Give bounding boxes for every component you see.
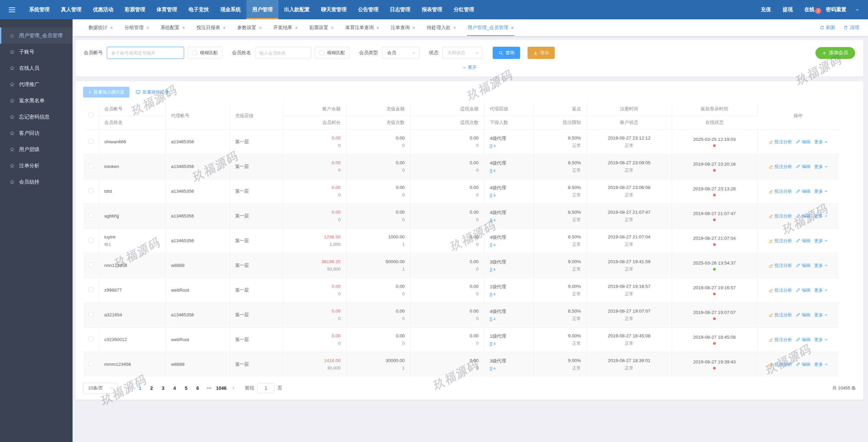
tab-close-icon[interactable]: × [182, 25, 185, 30]
row-checkbox[interactable] [88, 188, 93, 193]
bet-analysis-link[interactable]: 投注分析 [768, 139, 792, 145]
topnav-action-recharge[interactable]: 充值 [755, 6, 777, 13]
member-account-input[interactable] [107, 47, 184, 59]
subordinates-link[interactable]: 0 [490, 168, 496, 173]
menu-toggle-icon[interactable] [9, 7, 15, 12]
tab[interactable]: 注单查询× [385, 19, 421, 36]
tab[interactable]: 投注日报表× [191, 19, 232, 36]
tab-close-icon[interactable]: × [511, 25, 514, 30]
edit-link[interactable]: 编辑 [796, 164, 810, 170]
sidebar-item[interactable]: ☆忘记密码信息 [0, 109, 73, 125]
tab-close-icon[interactable]: × [331, 25, 334, 30]
tab-close-icon[interactable]: × [110, 25, 113, 30]
edit-link[interactable]: 编辑 [796, 287, 810, 293]
subordinates-link[interactable]: 0 [490, 242, 496, 247]
member-type-select[interactable]: 会员 [382, 47, 419, 59]
topnav-item[interactable]: 系统管理 [23, 0, 55, 19]
topnav-action-online[interactable]: 在线2 [798, 6, 820, 13]
edit-link[interactable]: 编辑 [796, 213, 810, 219]
sidebar-item[interactable]: ☆在线人员 [0, 60, 73, 76]
pager-prev[interactable] [124, 383, 133, 393]
subordinates-link[interactable]: 0 [490, 341, 496, 346]
subordinates-link[interactable]: 0 [490, 267, 496, 272]
tab[interactable]: 体育注单查询× [339, 19, 385, 36]
clear-tabs-button[interactable]: 清理 [844, 25, 859, 31]
bet-analysis-link[interactable]: 投注分析 [768, 238, 792, 244]
bet-analysis-link[interactable]: 投注分析 [768, 361, 792, 367]
topnav-item[interactable]: 体育管理 [151, 0, 183, 19]
export-button[interactable]: 导出 [528, 47, 555, 59]
select-all-checkbox[interactable] [88, 113, 93, 118]
topnav-item[interactable]: 优惠活动 [87, 0, 119, 19]
tab[interactable]: 用户管理_会员管理× [462, 19, 519, 36]
row-checkbox[interactable] [88, 262, 93, 267]
bet-analysis-link[interactable]: 投注分析 [768, 164, 792, 170]
tab[interactable]: 参数设置× [232, 19, 268, 36]
bet-analysis-link[interactable]: 投注分析 [768, 312, 792, 318]
add-member-button[interactable]: + 添加会员 [815, 47, 855, 59]
row-checkbox[interactable] [88, 361, 93, 366]
subordinates-link[interactable]: 0 [490, 292, 496, 297]
fuzzy-name-checkbox[interactable] [319, 50, 324, 55]
tab-close-icon[interactable]: × [413, 25, 415, 30]
member-name-input[interactable] [255, 47, 311, 59]
bet-analysis-link[interactable]: 投注分析 [768, 188, 792, 194]
tab-close-icon[interactable]: × [376, 25, 379, 30]
search-button[interactable]: 查询 [493, 47, 520, 59]
topnav-item[interactable]: 聊天室管理 [315, 0, 352, 19]
pager-page[interactable]: 5 [181, 383, 191, 393]
more-dropdown[interactable]: 更多 [814, 287, 828, 293]
edit-link[interactable]: 编辑 [796, 188, 810, 194]
tab-close-icon[interactable]: × [223, 25, 226, 30]
sidebar-item[interactable]: ☆子账号 [0, 44, 73, 60]
topnav-item[interactable]: 出入款配置 [278, 0, 315, 19]
row-checkbox[interactable] [88, 164, 93, 168]
topnav-item[interactable]: 电子竞技 [183, 0, 215, 19]
tab-close-icon[interactable]: × [453, 25, 456, 30]
more-dropdown[interactable]: 更多 [814, 361, 828, 367]
page-size-select[interactable]: 10条/页 [83, 383, 118, 394]
edit-link[interactable]: 编辑 [796, 337, 810, 343]
edit-link[interactable]: 编辑 [796, 262, 810, 269]
row-checkbox[interactable] [88, 238, 93, 243]
more-dropdown[interactable]: 更多 [814, 164, 828, 170]
topnav-item[interactable]: 现金系统 [215, 0, 246, 19]
subordinates-link[interactable]: 0 [490, 316, 496, 321]
tab[interactable]: 待处理入款× [421, 19, 462, 36]
pager-page[interactable]: 6 [193, 383, 202, 393]
more-dropdown[interactable]: 更多 [814, 312, 828, 318]
sidebar-item[interactable]: ☆用户管理_会员管理 [0, 27, 73, 44]
topnav-item[interactable]: 日志管理 [384, 0, 416, 19]
tab[interactable]: 系统配置× [155, 19, 191, 36]
topnav-item[interactable]: 真人管理 [55, 0, 87, 19]
bet-analysis-link[interactable]: 投注分析 [768, 337, 792, 343]
more-dropdown[interactable]: 更多 [814, 213, 828, 219]
pager-page[interactable]: 1 [135, 383, 145, 393]
fuzzy-match-name[interactable]: 模糊匹配 [315, 47, 350, 59]
tab[interactable]: 分组管理× [119, 19, 155, 36]
row-checkbox[interactable] [88, 312, 93, 317]
tab-close-icon[interactable]: × [259, 25, 262, 30]
more-dropdown[interactable]: 更多 [814, 337, 828, 343]
row-checkbox[interactable] [88, 337, 93, 341]
pager-next[interactable] [229, 383, 238, 393]
row-checkbox[interactable] [88, 287, 93, 292]
tab-close-icon[interactable]: × [146, 25, 149, 30]
tab[interactable]: 开奖结果× [268, 19, 303, 36]
subordinates-link[interactable]: 0 [490, 217, 496, 223]
tab[interactable]: 数据统计× [83, 19, 119, 36]
topnav-item[interactable]: 公告管理 [352, 0, 384, 19]
more-dropdown[interactable]: 更多 [814, 139, 828, 145]
pager-ellipsis[interactable]: ··· [204, 383, 214, 393]
row-checkbox[interactable] [88, 139, 93, 144]
subordinates-link[interactable]: 0 [490, 366, 496, 371]
topnav-action-password-reset[interactable]: 密码重置 [820, 6, 852, 13]
pager-page[interactable]: 2 [147, 383, 156, 393]
bet-analysis-link[interactable]: 投注分析 [768, 287, 792, 293]
sidebar-item[interactable]: ☆会员劫持 [0, 174, 73, 190]
subordinates-link[interactable]: 0 [490, 193, 496, 198]
sidebar-item[interactable]: ☆客户回访 [0, 125, 73, 141]
topnav-item[interactable]: 彩票管理 [119, 0, 151, 19]
edit-link[interactable]: 编辑 [796, 312, 810, 318]
batch-join-chat-button[interactable]: 批量加入聊天室 [83, 87, 130, 98]
